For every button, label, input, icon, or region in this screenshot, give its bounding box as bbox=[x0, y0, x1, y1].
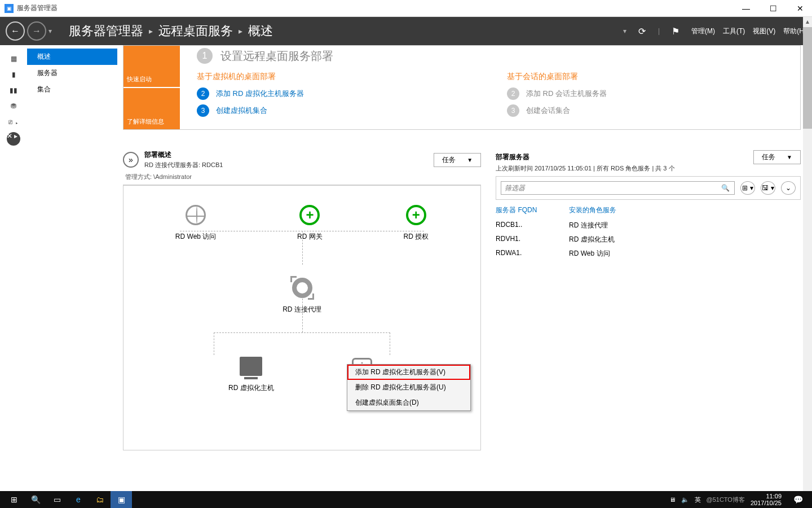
rail-file-icon[interactable]: ⛃ bbox=[0, 98, 27, 114]
deploy-subtitle: RD 连接代理服务器: RDCB1 bbox=[144, 161, 223, 169]
breadcrumb: 服务器管理器 ▸ 远程桌面服务 ▸ 概述 bbox=[69, 23, 273, 40]
table-row[interactable]: RDVH1.RD 虚拟化主机 bbox=[496, 233, 801, 247]
tray-watermark: @51CTO博客 bbox=[707, 496, 745, 504]
tile-quick-start[interactable]: 快速启动 bbox=[123, 46, 180, 88]
minimize-button[interactable]: — bbox=[739, 3, 753, 14]
node-rd-web[interactable]: RD Web 访问 bbox=[175, 203, 216, 242]
titlebar: ▣ 服务器管理器 — ☐ ✕ bbox=[0, 0, 812, 17]
server-manager-taskbar-icon[interactable]: ▣ bbox=[111, 491, 132, 508]
ctx-remove-vhost[interactable]: 删除 RD 虚拟化主机服务器(U) bbox=[347, 380, 470, 395]
link-create-vm-collection[interactable]: 创建虚拟机集合 bbox=[216, 106, 267, 116]
forward-button[interactable]: → bbox=[27, 21, 46, 41]
tray-volume-icon[interactable]: 🔈 bbox=[681, 496, 689, 503]
main-content: 快速启动 了解详细信息 1 设置远程桌面服务部署 基于虚拟机的桌面部署 2添加 … bbox=[117, 45, 812, 491]
step-3-badge: 3 bbox=[197, 104, 209, 117]
expand-icon[interactable]: ⌄ bbox=[781, 181, 796, 195]
broker-icon bbox=[292, 278, 312, 298]
window-title: 服务器管理器 bbox=[17, 3, 58, 13]
deployment-servers-panel: 部署服务器 任务▼ 上次刷新时间 2017/10/25 11:05:01 | 所… bbox=[496, 150, 801, 450]
filter-input[interactable] bbox=[501, 182, 717, 194]
rail-all-icon[interactable]: ▮▮ bbox=[0, 82, 27, 98]
sidebar-item-servers[interactable]: 服务器 bbox=[27, 65, 117, 81]
session-deploy-title: 基于会话的桌面部署 bbox=[507, 72, 783, 82]
tile-learn-more[interactable]: 了解详细信息 bbox=[123, 88, 180, 129]
notifications-icon[interactable]: 💬 bbox=[787, 491, 809, 508]
ctx-create-collection[interactable]: 创建虚拟桌面集合(D) bbox=[347, 395, 470, 410]
plus-icon: + bbox=[299, 205, 320, 225]
tray-date[interactable]: 2017/10/25 bbox=[751, 500, 782, 506]
deployment-diagram: RD Web 访问 +RD 网关 +RD 授权 RD 连接代理 RD 虚拟化主机… bbox=[123, 185, 481, 450]
menu-tools[interactable]: 工具(T) bbox=[723, 27, 745, 36]
vertical-scrollbar[interactable]: ▴ bbox=[803, 17, 812, 491]
filter-save-icon[interactable]: 🖫 ▾ bbox=[761, 181, 775, 195]
rail-local-icon[interactable]: ▮ bbox=[0, 67, 27, 82]
icon-rail: ▦ ▮ ▮▮ ⛃ ⎚ ▸ ✕ ▸ bbox=[0, 45, 27, 491]
manage-as-label: 管理方式: \Administrator bbox=[123, 169, 481, 185]
menu-view[interactable]: 视图(V) bbox=[753, 27, 775, 36]
ie-icon[interactable]: e bbox=[68, 491, 89, 508]
servers-tasks-dropdown[interactable]: 任务▼ bbox=[753, 150, 801, 164]
back-button[interactable]: ← bbox=[6, 21, 25, 41]
close-button[interactable]: ✕ bbox=[793, 3, 807, 14]
context-menu: 添加 RD 虚拟化主机服务器(V) 删除 RD 虚拟化主机服务器(U) 创建虚拟… bbox=[347, 364, 471, 411]
refresh-icon[interactable]: ⟳ bbox=[636, 24, 649, 38]
servers-title: 部署服务器 bbox=[496, 152, 529, 162]
table-row[interactable]: RDWA1.RD Web 访问 bbox=[496, 247, 801, 261]
scroll-up-icon[interactable]: ▴ bbox=[803, 17, 812, 26]
setup-panel: 快速启动 了解详细信息 1 设置远程桌面服务部署 基于虚拟机的桌面部署 2添加 … bbox=[123, 45, 801, 130]
chevron-right-icon: ▸ bbox=[149, 27, 153, 36]
servers-table-header: 服务器 FQDN 安装的角色服务 bbox=[496, 200, 801, 218]
tray-ime[interactable]: 英 bbox=[695, 496, 701, 504]
step-3-badge: 3 bbox=[507, 104, 519, 117]
table-row[interactable]: RDCB1..RD 连接代理 bbox=[496, 218, 801, 233]
sidebar-item-overview[interactable]: 概述 bbox=[27, 49, 117, 65]
step-1-badge: 1 bbox=[197, 48, 213, 64]
link-create-session-collection: 创建会话集合 bbox=[526, 106, 570, 116]
node-rd-gateway[interactable]: +RD 网关 bbox=[297, 203, 323, 242]
deploy-title: 部署概述 bbox=[144, 150, 223, 160]
step-1-title: 设置远程桌面服务部署 bbox=[220, 49, 333, 64]
filter-bar: 🔍 ⊞ ▾ 🖫 ▾ ⌄ bbox=[496, 176, 801, 200]
maximize-button[interactable]: ☐ bbox=[766, 3, 780, 14]
task-view-icon[interactable]: ▭ bbox=[46, 491, 68, 508]
tray-time[interactable]: 11:09 bbox=[751, 493, 782, 500]
tray-network-icon[interactable]: 🖥 bbox=[669, 496, 676, 503]
sidebar-item-collections[interactable]: 集合 bbox=[27, 81, 117, 98]
col-fqdn[interactable]: 服务器 FQDN bbox=[496, 205, 569, 215]
col-role[interactable]: 安装的角色服务 bbox=[569, 205, 616, 215]
globe-icon bbox=[186, 205, 206, 225]
chevron-right-icon: ▸ bbox=[239, 27, 242, 36]
tasks-dropdown[interactable]: 任务▼ bbox=[434, 153, 481, 167]
deployment-overview-panel: » 部署概述 RD 连接代理服务器: RDCB1 任务▼ 管理方式: \Admi… bbox=[123, 150, 481, 450]
node-rd-licensing[interactable]: +RD 授权 bbox=[403, 203, 429, 242]
rail-settings-icon[interactable]: ✕ ▸ bbox=[7, 132, 20, 146]
app-icon: ▣ bbox=[5, 4, 14, 13]
header-bar: ← → ▾ 服务器管理器 ▸ 远程桌面服务 ▸ 概述 ▾ ⟳ | ⚑ 管理(M)… bbox=[0, 17, 812, 45]
taskbar: ⊞ 🔍 ▭ e 🗂 ▣ 🖥 🔈 英 @51CTO博客 11:09 2017/10… bbox=[0, 491, 812, 508]
menu-manage[interactable]: 管理(M) bbox=[691, 27, 715, 36]
search-icon[interactable]: 🔍 bbox=[717, 184, 734, 192]
expand-arrow-icon[interactable]: » bbox=[123, 152, 139, 168]
link-add-shost: 添加 RD 会话主机服务器 bbox=[526, 89, 607, 99]
rail-rds-icon[interactable]: ⎚ ▸ bbox=[0, 114, 27, 130]
start-button[interactable]: ⊞ bbox=[3, 491, 25, 508]
explorer-icon[interactable]: 🗂 bbox=[89, 491, 111, 508]
step-2-badge: 2 bbox=[507, 87, 519, 100]
ctx-add-vhost[interactable]: 添加 RD 虚拟化主机服务器(V) bbox=[347, 365, 470, 380]
step-2-badge: 2 bbox=[197, 87, 209, 100]
plus-icon: + bbox=[406, 205, 426, 225]
link-add-vhost[interactable]: 添加 RD 虚拟化主机服务器 bbox=[216, 89, 304, 99]
sidebar: 概述 服务器 集合 bbox=[27, 45, 117, 491]
vm-deploy-title: 基于虚拟机的桌面部署 bbox=[197, 72, 473, 82]
filter-options-icon[interactable]: ⊞ ▾ bbox=[740, 181, 755, 195]
rail-dashboard-icon[interactable]: ▦ bbox=[0, 51, 27, 67]
breadcrumb-root[interactable]: 服务器管理器 bbox=[69, 23, 143, 40]
scroll-thumb[interactable] bbox=[803, 27, 812, 129]
search-icon[interactable]: 🔍 bbox=[25, 491, 46, 508]
host-icon bbox=[240, 357, 262, 376]
flag-icon[interactable]: ⚑ bbox=[669, 24, 682, 38]
node-rd-vhost[interactable]: RD 虚拟化主机 bbox=[228, 354, 274, 393]
breadcrumb-overview[interactable]: 概述 bbox=[248, 23, 273, 40]
servers-info: 上次刷新时间 2017/10/25 11:05:01 | 所有 RDS 角色服务… bbox=[496, 164, 801, 173]
breadcrumb-rds[interactable]: 远程桌面服务 bbox=[158, 23, 233, 40]
